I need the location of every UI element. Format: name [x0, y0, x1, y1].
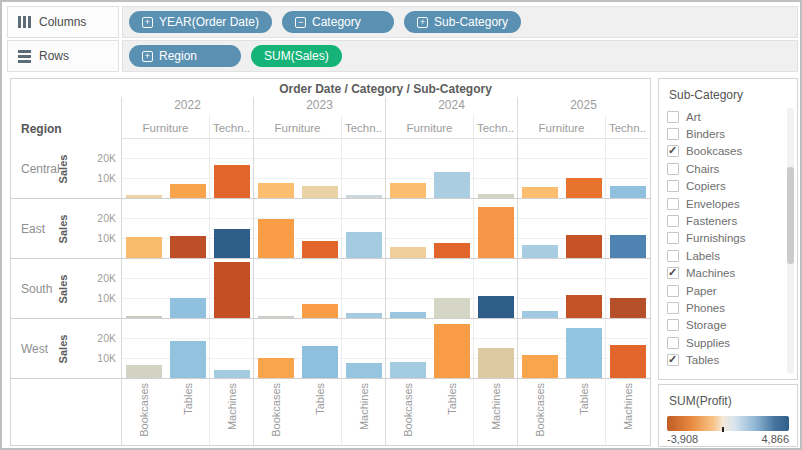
pill-year-order-date-[interactable]: +YEAR(Order Date)	[129, 11, 272, 33]
subcategory-axis-label-machines[interactable]: Machines	[621, 383, 635, 430]
filter-item-paper[interactable]: Paper	[664, 282, 783, 299]
category-header-furniture[interactable]: Furniture	[517, 115, 605, 139]
filter-item-binders[interactable]: Binders	[664, 125, 783, 142]
bar-east-2025-machines[interactable]	[610, 235, 646, 258]
pill-sum-sales-[interactable]: SUM(Sales)	[251, 45, 342, 67]
pill-region[interactable]: +Region	[129, 45, 241, 67]
checkbox-unchecked-icon[interactable]	[667, 337, 679, 349]
filter-item-storage[interactable]: Storage	[664, 317, 783, 334]
expand-plus-icon[interactable]: +	[142, 51, 153, 62]
filter-item-copiers[interactable]: Copiers	[664, 178, 783, 195]
checkbox-unchecked-icon[interactable]	[667, 198, 679, 210]
bar-south-2025-tables[interactable]	[566, 295, 602, 318]
pill-category[interactable]: −Category	[282, 11, 394, 33]
bar-central-2024-bookcases[interactable]	[390, 183, 426, 198]
year-header-2022[interactable]: 2022	[121, 97, 253, 115]
collapse-minus-icon[interactable]: −	[295, 17, 306, 28]
bar-south-2022-bookcases[interactable]	[126, 316, 162, 318]
bar-east-2024-tables[interactable]	[434, 243, 470, 258]
bar-south-2023-bookcases[interactable]	[258, 316, 294, 318]
region-column-header[interactable]: Region	[21, 122, 62, 136]
category-header-furniture[interactable]: Furniture	[385, 115, 473, 139]
subcategory-axis-label-tables[interactable]: Tables	[181, 383, 195, 415]
checkbox-unchecked-icon[interactable]	[667, 232, 679, 244]
subcategory-axis-label-bookcases[interactable]: Bookcases	[137, 383, 151, 437]
bar-east-2025-tables[interactable]	[566, 235, 602, 258]
rows-shelf-tray[interactable]: +RegionSUM(Sales)	[122, 40, 798, 72]
filter-item-machines[interactable]: Machines	[664, 265, 783, 282]
bar-west-2022-machines[interactable]	[214, 370, 250, 378]
profit-gradient-tick[interactable]	[722, 427, 724, 432]
bar-central-2024-machines[interactable]	[478, 194, 514, 198]
bar-east-2023-machines[interactable]	[346, 232, 382, 258]
bar-west-2024-tables[interactable]	[434, 324, 470, 378]
bar-west-2024-machines[interactable]	[478, 348, 514, 378]
subcategory-axis-label-machines[interactable]: Machines	[489, 383, 503, 430]
filter-item-supplies[interactable]: Supplies	[664, 334, 783, 351]
checkbox-unchecked-icon[interactable]	[667, 215, 679, 227]
filter-item-furnishings[interactable]: Furnishings	[664, 230, 783, 247]
year-header-2025[interactable]: 2025	[517, 97, 649, 115]
subcategory-axis-label-bookcases[interactable]: Bookcases	[401, 383, 415, 437]
bar-south-2022-machines[interactable]	[214, 262, 250, 318]
subcategory-axis-label-tables[interactable]: Tables	[577, 383, 591, 415]
bar-west-2025-bookcases[interactable]	[522, 355, 558, 378]
bar-central-2022-bookcases[interactable]	[126, 195, 162, 198]
bar-west-2023-bookcases[interactable]	[258, 358, 294, 378]
region-label-west[interactable]: West	[21, 342, 48, 356]
subcategory-axis-label-machines[interactable]: Machines	[225, 383, 239, 430]
bar-central-2025-machines[interactable]	[610, 186, 646, 198]
bar-east-2025-bookcases[interactable]	[522, 245, 558, 258]
checkbox-unchecked-icon[interactable]	[667, 111, 679, 123]
checkbox-unchecked-icon[interactable]	[667, 250, 679, 262]
bar-central-2025-bookcases[interactable]	[522, 187, 558, 198]
bar-south-2024-machines[interactable]	[478, 296, 514, 318]
category-header-furniture[interactable]: Furniture	[121, 115, 209, 139]
bar-west-2023-machines[interactable]	[346, 363, 382, 378]
bar-east-2022-tables[interactable]	[170, 236, 206, 258]
bar-south-2025-machines[interactable]	[610, 298, 646, 318]
filter-item-phones[interactable]: Phones	[664, 299, 783, 316]
expand-plus-icon[interactable]: +	[142, 17, 153, 28]
columns-shelf-tray[interactable]: +YEAR(Order Date)−Category+Sub-Category	[122, 6, 798, 38]
subcategory-axis-label-machines[interactable]: Machines	[357, 383, 371, 430]
filter-item-envelopes[interactable]: Envelopes	[664, 195, 783, 212]
bar-central-2025-tables[interactable]	[566, 178, 602, 198]
bar-central-2024-tables[interactable]	[434, 172, 470, 198]
year-header-2024[interactable]: 2024	[385, 97, 517, 115]
subcategory-axis-label-tables[interactable]: Tables	[445, 383, 459, 415]
checkbox-unchecked-icon[interactable]	[667, 163, 679, 175]
checkbox-unchecked-icon[interactable]	[667, 128, 679, 140]
year-header-2023[interactable]: 2023	[253, 97, 385, 115]
bar-east-2024-machines[interactable]	[478, 207, 514, 258]
filter-scrollbar-thumb[interactable]	[787, 167, 794, 264]
bar-central-2023-machines[interactable]	[346, 195, 382, 198]
bar-central-2023-tables[interactable]	[302, 186, 338, 198]
expand-plus-icon[interactable]: +	[417, 17, 428, 28]
checkbox-checked-icon[interactable]	[667, 267, 679, 279]
bar-south-2023-machines[interactable]	[346, 313, 382, 318]
bar-west-2023-tables[interactable]	[302, 346, 338, 378]
pill-sub-category[interactable]: +Sub-Category	[404, 11, 521, 33]
bar-west-2025-tables[interactable]	[566, 328, 602, 378]
category-header-technology[interactable]: Techn..	[473, 115, 517, 139]
bar-east-2024-bookcases[interactable]	[390, 247, 426, 258]
checkbox-unchecked-icon[interactable]	[667, 180, 679, 192]
bar-east-2023-tables[interactable]	[302, 241, 338, 258]
checkbox-checked-icon[interactable]	[667, 145, 679, 157]
checkbox-unchecked-icon[interactable]	[667, 285, 679, 297]
category-header-technology[interactable]: Techn..	[341, 115, 385, 139]
bar-west-2024-bookcases[interactable]	[390, 362, 426, 378]
bar-east-2022-machines[interactable]	[214, 229, 250, 258]
subcategory-axis-label-bookcases[interactable]: Bookcases	[269, 383, 283, 437]
subcategory-axis-label-bookcases[interactable]: Bookcases	[533, 383, 547, 437]
bar-central-2022-machines[interactable]	[214, 165, 250, 198]
filter-item-fasteners[interactable]: Fasteners	[664, 212, 783, 229]
checkbox-checked-icon[interactable]	[667, 354, 679, 366]
bar-south-2025-bookcases[interactable]	[522, 311, 558, 318]
region-label-east[interactable]: East	[21, 222, 45, 236]
filter-item-labels[interactable]: Labels	[664, 247, 783, 264]
bar-west-2025-machines[interactable]	[610, 345, 646, 378]
filter-item-chairs[interactable]: Chairs	[664, 160, 783, 177]
bar-south-2022-tables[interactable]	[170, 298, 206, 318]
